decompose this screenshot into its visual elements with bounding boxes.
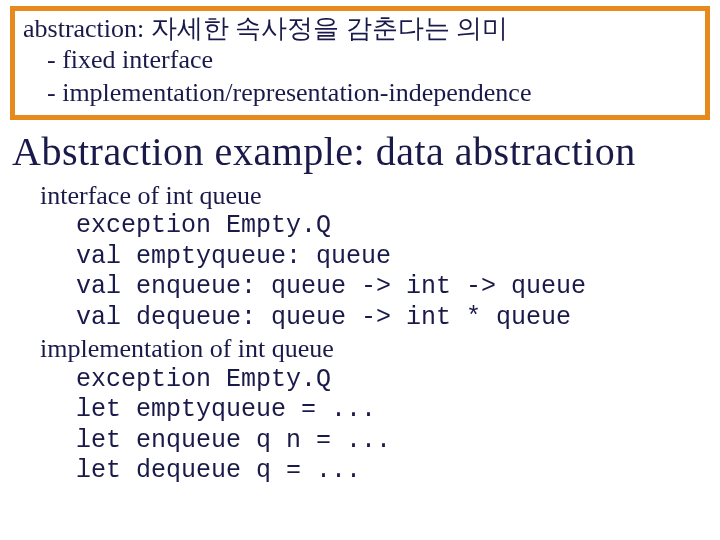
interface-line-emptyqueue: val emptyqueue: queue <box>40 242 710 273</box>
section-title: Abstraction example: data abstraction <box>12 130 710 174</box>
impl-line-emptyqueue: let emptyqueue = ... <box>40 395 710 426</box>
interface-line-dequeue: val dequeue: queue -> int * queue <box>40 303 710 334</box>
impl-line-dequeue: let dequeue q = ... <box>40 456 710 487</box>
implementation-heading: implementation of int queue <box>40 333 710 364</box>
bullet-fixed-interface: - fixed interface <box>23 44 697 77</box>
implementation-block: implementation of int queue exception Em… <box>10 333 710 486</box>
interface-line-exception: exception Empty.Q <box>40 211 710 242</box>
slide: abstraction: 자세한 속사정을 감춘다는 의미 - fixed in… <box>0 0 720 487</box>
definition-box: abstraction: 자세한 속사정을 감춘다는 의미 - fixed in… <box>10 6 710 120</box>
interface-block: interface of int queue exception Empty.Q… <box>10 180 710 333</box>
bullet-independence: - implementation/representation-independ… <box>23 77 697 110</box>
interface-line-enqueue: val enqueue: queue -> int -> queue <box>40 272 710 303</box>
interface-heading: interface of int queue <box>40 180 710 211</box>
impl-line-enqueue: let enqueue q n = ... <box>40 426 710 457</box>
abstraction-definition: abstraction: 자세한 속사정을 감춘다는 의미 <box>23 13 697 44</box>
impl-line-exception: exception Empty.Q <box>40 365 710 396</box>
